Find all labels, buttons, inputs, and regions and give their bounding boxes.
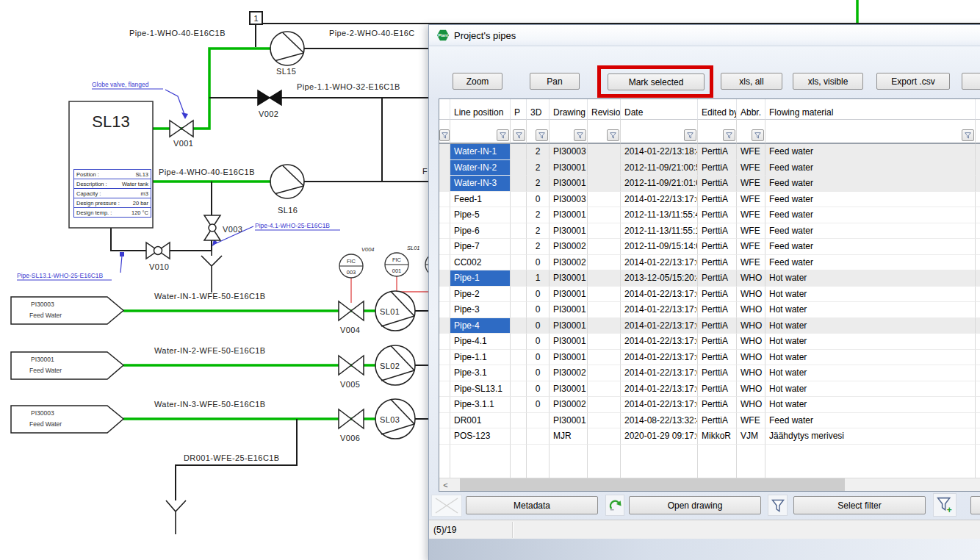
pipe-4-1-label: Pipe-4.1-WHO-25-E16C1B <box>255 222 330 229</box>
filter-cell[interactable] <box>737 120 765 144</box>
column-header[interactable]: Drawing <box>550 99 588 120</box>
metadata-button[interactable]: Metadata <box>466 496 598 514</box>
table-row[interactable]: Pipe-SL13.10PI300012014-01-22/13:17:07Pe… <box>439 381 980 398</box>
table-row[interactable]: Pipe-40PI300012014-01-22/13:17:07PerttiA… <box>439 318 980 334</box>
horizontal-scrollbar[interactable]: < <box>439 478 980 491</box>
grid-cell <box>527 413 550 429</box>
table-row[interactable]: Pipe-30PI300012014-01-22/13:17:07PerttiA… <box>439 302 980 318</box>
filter-cell[interactable] <box>621 120 698 144</box>
table-row[interactable]: POS-123MJR2020-01-29 09:17:02MikkoRVJMJä… <box>439 428 980 445</box>
filter-cell[interactable] <box>976 120 980 144</box>
mark-selected-button[interactable]: Mark selected <box>608 73 705 90</box>
add-filter-icon-button[interactable]: + <box>933 493 956 517</box>
offpage-connector-1[interactable]: 1 <box>250 12 262 24</box>
grid-cell <box>976 270 980 287</box>
filter-funnel-icon[interactable] <box>497 129 509 141</box>
table-row[interactable]: Pipe-72PI300022012-11-09/15:14:07PerttiA… <box>439 239 980 255</box>
grid-cell <box>439 445 450 479</box>
window-titlebar[interactable]: Plant Project's pipes <box>429 25 980 46</box>
table-row[interactable]: Pipe-52PI300012012-11-13/11:55:42PerttiA… <box>439 207 980 223</box>
filter-funnel-icon[interactable] <box>574 129 586 141</box>
pump-sl16[interactable] <box>270 165 304 198</box>
filter-funnel-icon[interactable] <box>513 129 525 141</box>
valve-v003[interactable] <box>204 215 220 240</box>
column-header[interactable]: Date <box>621 99 698 120</box>
filter-funnel-icon[interactable] <box>962 129 974 141</box>
grid-cell <box>976 192 980 208</box>
valve-v004[interactable] <box>339 301 364 320</box>
valve-v005[interactable] <box>339 356 364 375</box>
valve-v002[interactable] <box>258 90 281 105</box>
filter-cell[interactable] <box>698 120 737 144</box>
table-row[interactable]: Pipe-11PI300012013-12-05/15:20:45PerttiA… <box>439 270 980 287</box>
table-row[interactable]: CC0020PI300022014-01-22/13:17:07PerttiAW… <box>439 255 980 271</box>
grid-cell: 2014-08-22/13:32:46 <box>621 413 698 429</box>
table-row[interactable]: Feed-10PI300032014-01-22/13:17:07PerttiA… <box>439 192 980 208</box>
grid-cell: 0 <box>527 192 550 208</box>
xls-all-button[interactable]: xls, all <box>721 73 782 90</box>
column-header[interactable]: P <box>511 99 527 120</box>
filter-cell[interactable] <box>511 120 527 144</box>
pump-sl15[interactable] <box>270 32 304 65</box>
filter-funnel-icon[interactable] <box>607 129 619 141</box>
grid-cell: Water-IN-1 <box>450 144 511 160</box>
source-arrow-3[interactable]: PI30003 Feed Water <box>11 406 123 433</box>
filter-funnel-icon[interactable] <box>684 129 696 141</box>
filter-cell[interactable] <box>450 120 511 144</box>
filter-funnel-icon[interactable] <box>752 129 764 141</box>
valve-v006[interactable] <box>339 409 364 428</box>
grid-cell: PerttiA <box>698 176 737 192</box>
open-drawing-button[interactable]: Open drawing <box>629 496 761 514</box>
table-row[interactable]: Water-IN-12PI300032014-01-22/13:18:42Per… <box>439 144 980 160</box>
table-row[interactable]: Pipe-4.10PI300012014-01-22/13:17:07Pertt… <box>439 334 980 350</box>
column-header[interactable] <box>439 99 450 120</box>
import-button[interactable]: Import <box>962 73 980 90</box>
table-row[interactable]: Pipe-3.1.10PI300022014-01-22/13:17:07Per… <box>439 397 980 413</box>
pan-button[interactable]: Pan <box>530 73 580 90</box>
filter-cell[interactable] <box>588 120 621 144</box>
filter-funnel-icon[interactable] <box>536 129 548 141</box>
filter-funnel-icon[interactable] <box>439 129 450 141</box>
export-csv-button[interactable]: Export .csv <box>876 73 950 90</box>
xls-visible-button[interactable]: xls, visible <box>793 73 863 90</box>
zoom-button[interactable]: Zoom <box>453 73 502 90</box>
refresh-icon[interactable] <box>605 495 624 516</box>
project-pipes-window: Plant Project's pipes Zoom Pan Mark sele… <box>428 24 980 560</box>
table-row[interactable]: DR001PI300012014-08-22/13:32:46PerttiAWF… <box>439 413 980 429</box>
table-row[interactable]: Water-IN-32PI300012012-11-09/21:01:03Per… <box>439 176 980 192</box>
grid-cell: Pipe-4.1 <box>450 334 511 350</box>
table-row[interactable]: Water-IN-22PI300012012-11-09/21:00:56Per… <box>439 160 980 176</box>
scroll-left-arrow[interactable]: < <box>439 478 452 491</box>
source-arrow-2[interactable]: PI30001 Feed Water <box>11 352 123 379</box>
filter-cell[interactable] <box>765 120 976 144</box>
grid-cell <box>439 381 450 398</box>
select-filter-button[interactable]: Select filter <box>793 496 926 514</box>
valve-v010[interactable] <box>146 243 170 259</box>
column-header[interactable]: Edited by <box>698 99 737 120</box>
column-header[interactable]: Revision <box>588 99 621 120</box>
table-row[interactable]: Pipe-20PI300012014-01-22/13:17:07PerttiA… <box>439 287 980 303</box>
column-header[interactable] <box>976 99 980 120</box>
grid-cell: WHO <box>737 302 765 318</box>
filter-funnel-icon[interactable] <box>723 129 735 141</box>
column-header[interactable]: Line position <box>450 99 511 120</box>
filter-cell[interactable] <box>550 120 588 144</box>
column-header[interactable]: Abbr. <box>737 99 765 120</box>
instrument-fic-001[interactable]: FIC 001 SL01 <box>385 245 420 276</box>
grid-cell: PerttiA <box>698 413 737 429</box>
clipped-edge-button[interactable] <box>970 496 980 514</box>
source-arrow-1[interactable]: PI30003 Feed Water <box>11 297 123 324</box>
column-header[interactable]: 3D <box>527 99 550 120</box>
valve-v001[interactable] <box>170 121 193 137</box>
scrollbar-thumb[interactable] <box>460 478 845 491</box>
table-row[interactable]: Pipe-62PI300012012-11-13/11:55:17PerttiA… <box>439 223 980 240</box>
table-row[interactable]: Pipe-1.10PI300012014-01-22/13:17:07Pertt… <box>439 350 980 366</box>
column-header[interactable]: Flowing material <box>765 99 976 120</box>
filter-cell[interactable] <box>439 120 450 144</box>
grid-cell: DR001 <box>450 413 511 429</box>
filter-icon-button[interactable] <box>768 495 788 516</box>
filter-cell[interactable] <box>527 120 550 144</box>
table-row[interactable]: Pipe-3.10PI300022014-01-22/13:17:07Pertt… <box>439 365 980 381</box>
instrument-fic-003[interactable]: FIC 003 V004 <box>339 246 375 278</box>
grid-cell: Pipe-3.1 <box>450 365 511 381</box>
